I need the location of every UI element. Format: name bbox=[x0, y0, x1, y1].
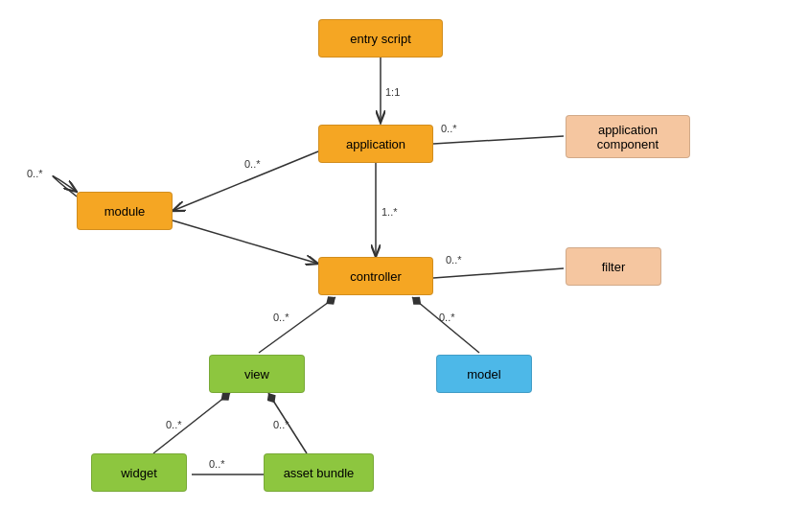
svg-line-13 bbox=[259, 297, 335, 353]
svg-line-17 bbox=[173, 220, 318, 264]
svg-text:0..*: 0..* bbox=[273, 312, 289, 323]
svg-text:1:1: 1:1 bbox=[385, 86, 400, 98]
svg-text:0..*: 0..* bbox=[446, 254, 462, 266]
node-filter: filter bbox=[566, 247, 661, 286]
svg-text:0..*: 0..* bbox=[27, 168, 43, 179]
node-asset-bundle: asset bundle bbox=[264, 453, 374, 492]
diagram-container: 1:1 0..* 0..* 0..* 0..* 1..* 0..* 0..* 0… bbox=[0, 0, 786, 532]
svg-line-18 bbox=[153, 393, 230, 453]
node-application-component: applicationcomponent bbox=[566, 115, 690, 158]
svg-line-11 bbox=[433, 268, 564, 278]
svg-line-20 bbox=[268, 393, 307, 453]
svg-text:0..*: 0..* bbox=[166, 419, 182, 430]
svg-line-5 bbox=[173, 151, 318, 211]
node-widget: widget bbox=[91, 453, 187, 492]
node-controller: controller bbox=[318, 257, 433, 295]
svg-text:0..*: 0..* bbox=[244, 158, 261, 170]
node-view: view bbox=[209, 355, 305, 393]
node-application: application bbox=[318, 125, 433, 163]
svg-line-15 bbox=[412, 297, 479, 353]
svg-text:0..*: 0..* bbox=[209, 458, 225, 470]
svg-line-3 bbox=[433, 136, 564, 144]
svg-text:1..*: 1..* bbox=[381, 206, 398, 218]
svg-text:0..*: 0..* bbox=[439, 312, 455, 323]
node-entry-script: entry script bbox=[318, 19, 443, 58]
node-model: model bbox=[436, 355, 532, 393]
svg-text:0..*: 0..* bbox=[273, 419, 289, 430]
svg-text:0..*: 0..* bbox=[441, 123, 457, 134]
node-module: module bbox=[77, 192, 173, 230]
